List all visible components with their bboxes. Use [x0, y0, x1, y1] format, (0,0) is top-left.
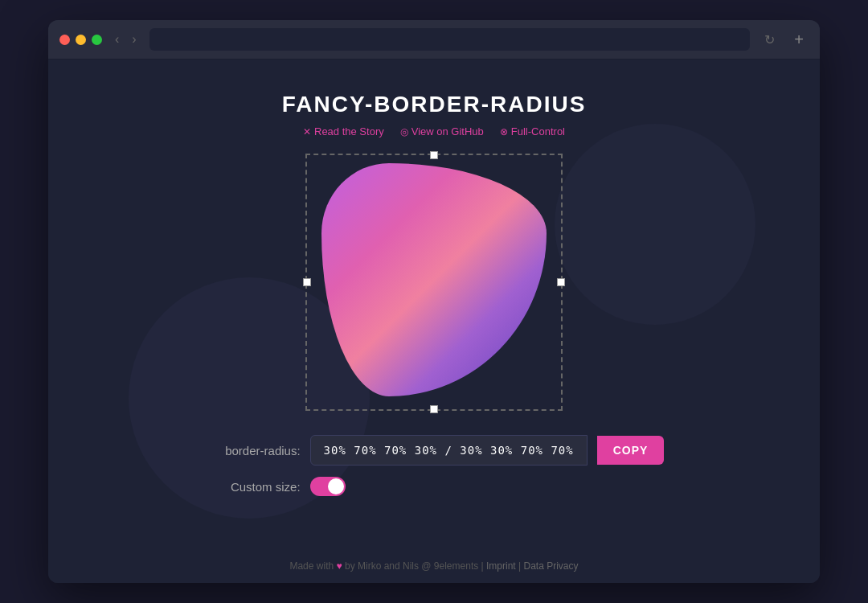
- full-control-icon: ⊗: [500, 126, 508, 137]
- new-tab-button[interactable]: +: [789, 29, 809, 51]
- footer: Made with ♥ by Mirko and Nils @ 9element…: [289, 560, 578, 572]
- dashed-box: [305, 154, 563, 411]
- read-story-label: Read the Story: [314, 125, 384, 137]
- footer-made: Made with: [289, 560, 334, 572]
- privacy-link[interactable]: Data Privacy: [524, 560, 579, 572]
- forward-button[interactable]: ›: [127, 31, 141, 48]
- footer-heart: ♥: [337, 560, 342, 572]
- github-icon: ◎: [400, 126, 408, 137]
- custom-size-label: Custom size:: [204, 480, 301, 494]
- browser-window: ‹ › ↻ + FANCY-BORDER-RADIUS ✕ Read the S…: [48, 20, 820, 583]
- traffic-light-green[interactable]: [92, 35, 102, 45]
- copy-button[interactable]: COPY: [597, 436, 665, 465]
- github-label: View on GitHub: [411, 125, 484, 137]
- traffic-lights: [59, 35, 102, 45]
- traffic-light-yellow[interactable]: [76, 35, 86, 45]
- back-button[interactable]: ‹: [110, 31, 124, 48]
- github-link[interactable]: ◎ View on GitHub: [400, 125, 484, 137]
- full-control-label: Full-Control: [511, 125, 565, 137]
- browser-content: FANCY-BORDER-RADIUS ✕ Read the Story ◎ V…: [48, 59, 820, 583]
- imprint-link[interactable]: Imprint: [486, 560, 516, 572]
- blob-shape[interactable]: [321, 163, 547, 396]
- refresh-button[interactable]: ↻: [758, 31, 781, 49]
- address-bar[interactable]: [149, 28, 751, 51]
- radius-display: 30% 70% 70% 30% / 30% 30% 70% 70%: [310, 435, 588, 466]
- handle-top-middle[interactable]: [430, 151, 438, 159]
- shape-container: [305, 154, 563, 411]
- read-story-link[interactable]: ✕ Read the Story: [303, 125, 384, 137]
- handle-middle-right[interactable]: [557, 278, 565, 286]
- read-story-icon: ✕: [303, 126, 311, 137]
- controls-section: border-radius: 30% 70% 70% 30% / 30% 30%…: [204, 435, 665, 496]
- handle-bottom-middle[interactable]: [430, 405, 438, 413]
- nav-buttons: ‹ ›: [110, 31, 141, 48]
- handle-middle-left[interactable]: [303, 278, 311, 286]
- custom-size-toggle[interactable]: [310, 477, 346, 496]
- full-control-link[interactable]: ⊗ Full-Control: [500, 125, 565, 137]
- custom-size-row: Custom size:: [204, 477, 346, 496]
- nav-links: ✕ Read the Story ◎ View on GitHub ⊗ Full…: [303, 125, 565, 137]
- traffic-light-red[interactable]: [59, 35, 70, 45]
- browser-chrome: ‹ › ↻ +: [48, 20, 820, 59]
- bg-circle-right: [555, 124, 755, 325]
- border-radius-label: border-radius:: [204, 444, 301, 457]
- app-title: FANCY-BORDER-RADIUS: [282, 92, 587, 117]
- toggle-knob: [328, 478, 344, 494]
- footer-by: by Mirko and Nils @ 9elements: [345, 560, 478, 572]
- border-radius-row: border-radius: 30% 70% 70% 30% / 30% 30%…: [204, 435, 665, 466]
